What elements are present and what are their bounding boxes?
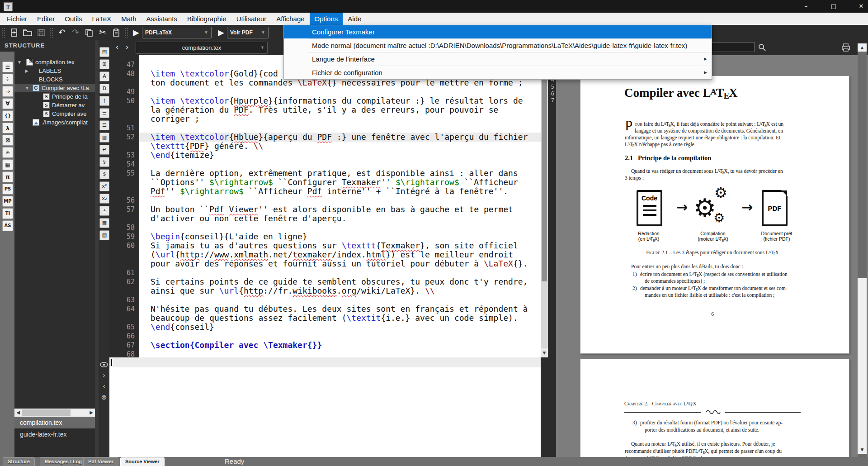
panel-splitter[interactable] <box>95 40 99 457</box>
status-tab-pdf-viewer[interactable]: Pdf Viewer <box>83 457 118 466</box>
scrollbar-thumb[interactable] <box>542 64 547 281</box>
metapost-icon[interactable]: MP <box>2 196 13 207</box>
editor-toolbar-icon-5[interactable]: ƒ <box>99 96 109 106</box>
cut-icon[interactable]: ✂ <box>96 27 109 38</box>
status-tab-source-viewer[interactable]: Source Viewer <box>120 457 165 466</box>
menu-item-0[interactable]: Configurer Texmaker <box>284 25 712 38</box>
minimize-button[interactable]: – <box>796 0 816 13</box>
expander-icon[interactable]: ▶ <box>25 67 28 75</box>
editor-toolbar-icon-16[interactable]: ▧ <box>99 230 109 240</box>
open-file-guide[interactable]: guide-latex-fr.tex <box>14 428 95 440</box>
menu-latex[interactable]: LaTeX <box>87 13 117 25</box>
eye-icon[interactable] <box>99 360 108 369</box>
editor-toolbar-icon-10[interactable]: § <box>99 157 109 167</box>
editor-toolbar-icon-12[interactable]: x² <box>99 181 109 191</box>
copy-icon[interactable] <box>82 27 96 38</box>
new-document-icon[interactable] <box>7 27 21 38</box>
menu-utilisateur[interactable]: Utilisateur <box>231 13 272 25</box>
menu-aide[interactable]: Aide <box>343 13 366 25</box>
menu-assistants[interactable]: Assistants <box>142 13 182 25</box>
misc-math-icon[interactable]: ∀ <box>2 98 13 109</box>
view-mode-select[interactable]: Voir PDF▼ <box>227 27 269 38</box>
structure-item-compiler-avec-la[interactable]: ▼CCompiler avec \La <box>14 84 95 92</box>
editor-toolbar-icon-7[interactable]: ☲ <box>99 120 109 130</box>
code-editor[interactable]: \item \textcolor{Gold}{codton document e… <box>139 55 541 357</box>
editor-toolbar-icon-1[interactable]: ▤ <box>99 47 109 57</box>
menu-item-1[interactable]: Mode normal (document maître actuel :D:\… <box>284 39 712 52</box>
scroll-down-icon[interactable]: ▼ <box>541 348 548 357</box>
editor-toolbar-icon-14[interactable]: ± <box>99 206 109 216</box>
maximize-button[interactable]: □ <box>823 0 844 13</box>
menu-options[interactable]: Options <box>310 13 343 25</box>
previous-document-icon[interactable]: ‹ <box>112 42 122 52</box>
document-tab-select[interactable]: compilation.tex▼ <box>136 42 268 54</box>
scroll-up-icon[interactable]: ▲ <box>858 43 867 52</box>
menu-outils[interactable]: Outils <box>60 13 87 25</box>
undo-icon[interactable]: ↶ <box>55 27 69 38</box>
structure-item-compiler-ave[interactable]: SCompiler ave <box>14 109 95 118</box>
scrollbar-thumb[interactable] <box>858 278 867 446</box>
expander-icon[interactable]: ▼ <box>25 84 29 92</box>
delimiters-icon[interactable]: {} <box>2 110 13 121</box>
editor-vertical-scrollbar[interactable]: ▼ <box>541 55 548 357</box>
menu-affichage[interactable]: Affichage <box>271 13 309 25</box>
save-icon[interactable] <box>34 27 48 38</box>
structure-list-icon[interactable]: ☰ <box>2 62 13 72</box>
editor-toolbar-icon-15[interactable]: ▦ <box>99 218 109 228</box>
menu-item-3[interactable]: Fichier de configuration▶ <box>284 66 712 79</box>
menu-math[interactable]: Math <box>116 13 141 25</box>
tikz-icon[interactable]: TI <box>2 208 13 219</box>
next-document-icon[interactable]: › <box>122 42 132 52</box>
editor-toolbar-icon-4[interactable]: B <box>99 84 109 94</box>
scrollbar-thumb[interactable] <box>22 409 71 416</box>
log-pane[interactable] <box>109 357 541 457</box>
menu-item-2[interactable]: Langue de l'interface▶ <box>284 52 712 66</box>
asymptote-icon[interactable]: AS <box>2 220 13 231</box>
menu-editer[interactable]: Editer <box>32 13 60 25</box>
user-tags-icon[interactable]: ▦ <box>2 159 13 170</box>
pdf-viewer[interactable]: Compiler avec LATEXPour faire du LATEX, … <box>556 55 868 457</box>
editor-toolbar-icon-2[interactable]: ⊞ <box>99 59 109 69</box>
status-tab-structure[interactable]: Structure <box>3 457 35 466</box>
scroll-right-icon[interactable]: ▶ <box>88 409 95 417</box>
editor-toolbar-icon-6[interactable]: ☰ <box>99 108 109 118</box>
editor-toolbar-icon-3[interactable]: A <box>99 71 109 81</box>
scroll-left-icon[interactable]: ◀ <box>14 409 22 417</box>
print-icon[interactable] <box>841 43 851 52</box>
menu-bibliographie[interactable]: Bibliographie <box>182 13 231 25</box>
run-view-icon[interactable]: ▶ <box>215 27 227 38</box>
relation-symbols-icon[interactable]: ÷ <box>2 74 13 85</box>
search-icon[interactable] <box>758 43 767 52</box>
previous-icon[interactable]: ‹ <box>99 382 108 391</box>
structure-item-principe-de-la[interactable]: SPrincipe de la <box>14 92 95 101</box>
close-button[interactable]: ✕ <box>851 0 868 13</box>
greek-letters-icon[interactable]: λ <box>2 123 13 133</box>
structure-item-labels[interactable]: ▶LABELS <box>14 67 95 75</box>
structure-item-d-marrer-av[interactable]: SDémarrer av <box>14 101 95 109</box>
open-folder-icon[interactable] <box>21 27 34 38</box>
menu-fichier[interactable]: Fichier <box>2 13 32 25</box>
scroll-down-icon[interactable]: ▼ <box>858 446 867 454</box>
editor-toolbar-icon-13[interactable]: x₂ <box>99 194 109 204</box>
structure-item--images-compilat[interactable]: ./Images/compilat <box>14 118 95 127</box>
pstricks-icon[interactable]: PS <box>2 184 13 195</box>
structure-horizontal-scrollbar[interactable]: ◀ ▶ <box>14 409 95 417</box>
redo-icon[interactable]: ↷ <box>69 27 82 38</box>
most-used-icon[interactable]: ⊠ <box>2 135 13 146</box>
compile-mode-select[interactable]: PDFLaTeX▼ <box>142 27 212 38</box>
editor-toolbar-icon-8[interactable]: ▥ <box>99 133 109 143</box>
editor-toolbar-icon-9[interactable]: ↵ <box>99 145 109 155</box>
math-misc-icon[interactable]: π <box>2 171 13 182</box>
favourite-symbols-icon[interactable]: ✳ <box>2 147 13 158</box>
status-tab-messages-log[interactable]: Messages / Log <box>40 457 87 466</box>
close-log-icon[interactable]: ⊗ <box>99 393 108 402</box>
structure-item-blocks[interactable]: BLOCKS <box>14 75 95 84</box>
arrow-symbols-icon[interactable]: ⇒ <box>2 86 13 97</box>
next-icon[interactable]: › <box>99 371 108 380</box>
open-file-compilation[interactable]: compilation.tex <box>14 417 95 428</box>
paste-icon[interactable] <box>109 27 123 38</box>
structure-item-compilation-tex[interactable]: ▼compilation.tex <box>14 58 95 67</box>
pdf-vertical-scrollbar[interactable]: ▲ ▼ <box>858 43 867 457</box>
expander-icon[interactable]: ▼ <box>17 58 22 67</box>
editor-toolbar-icon-11[interactable]: $ <box>99 169 109 179</box>
